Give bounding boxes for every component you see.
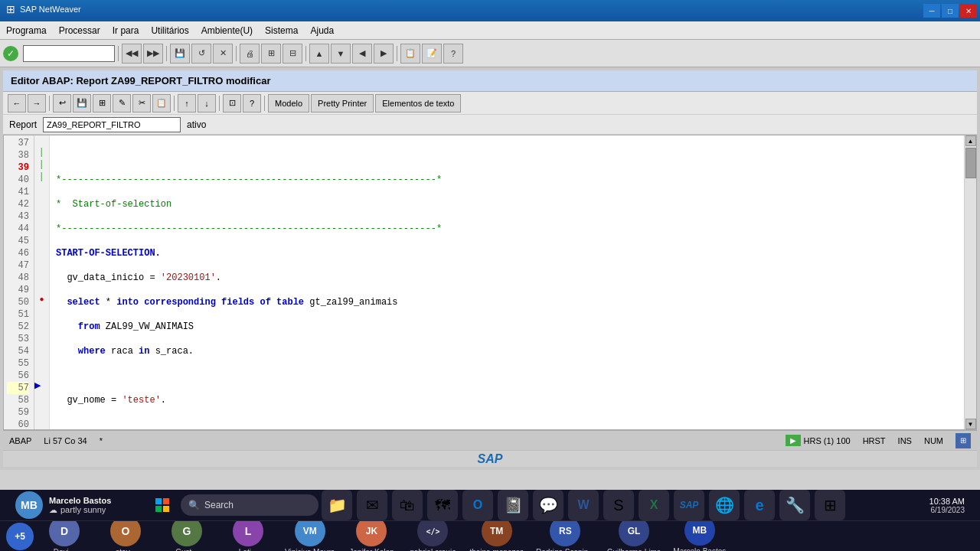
- person-otav[interactable]: O otav...: [95, 521, 156, 551]
- toolbar-print[interactable]: 🖨: [240, 44, 260, 64]
- close-button[interactable]: ✕: [960, 4, 977, 18]
- person-thaina-name: thaina menezes: [469, 548, 524, 551]
- toolbar-separator-2: [166, 46, 167, 61]
- menu-ajuda[interactable]: Ajuda: [310, 25, 334, 36]
- map-icon[interactable]: 🗺: [427, 490, 458, 520]
- toolbar-forward[interactable]: ▶▶: [143, 44, 163, 64]
- scroll-thumb[interactable]: [965, 148, 976, 178]
- editor-toolbar-sep-1: [49, 96, 50, 111]
- menu-utilitarios[interactable]: Utilitários: [151, 25, 188, 36]
- search-box[interactable]: 🔍 Search: [181, 494, 318, 516]
- code-editor[interactable]: 37 38 39 40 41 42 43 44 45 46 47 48 49 5…: [3, 135, 977, 430]
- scroll-down[interactable]: ▼: [965, 419, 976, 429]
- report-name-input[interactable]: [43, 117, 181, 132]
- status-icon-green: ✓: [3, 46, 18, 61]
- person-thaina[interactable]: TM thaina menezes: [463, 521, 530, 551]
- editor-btn-5[interactable]: ✂: [132, 94, 151, 112]
- file-explorer-icon[interactable]: 📁: [322, 490, 352, 520]
- user-name: Marcelo Bastos: [49, 496, 111, 505]
- person-gabriel[interactable]: </> gabriel araujo: [402, 521, 463, 551]
- menu-ir-para[interactable]: Ir para: [113, 25, 139, 36]
- editor-btn-10[interactable]: ?: [243, 94, 261, 112]
- toolbar-btn-8[interactable]: 📝: [422, 44, 442, 64]
- sap-bottom-bar: SAP: [3, 450, 977, 467]
- person-marcelo[interactable]: MB Marcelo Bastos: [667, 521, 732, 551]
- editor-btn-1[interactable]: ↩: [53, 94, 71, 112]
- toolbar-btn-1[interactable]: ⊞: [261, 44, 281, 64]
- search-icon: 🔍: [188, 500, 200, 510]
- person-jenifer[interactable]: JK Jenifer Kelen: [341, 521, 402, 551]
- person-gust[interactable]: G Gust...: [156, 521, 217, 551]
- run-button[interactable]: ▶: [786, 435, 801, 446]
- word-icon[interactable]: W: [568, 490, 599, 520]
- skype-icon[interactable]: S: [603, 490, 634, 520]
- toolbar-btn-5[interactable]: ◀: [352, 44, 372, 64]
- editor-btn-3[interactable]: ⊞: [93, 94, 111, 112]
- outlook-icon[interactable]: O: [462, 490, 493, 520]
- person-davi[interactable]: D Davi...: [34, 521, 95, 551]
- user-section: MB Marcelo Bastos ☁ partly sunny: [6, 491, 144, 519]
- toolbar-btn-2[interactable]: ⊟: [283, 44, 302, 64]
- excel-icon[interactable]: X: [639, 490, 669, 520]
- status-icon: ⊞: [956, 433, 971, 448]
- toolbar-btn-7[interactable]: 📋: [400, 44, 420, 64]
- report-bar: Report ativo: [3, 115, 977, 135]
- code-area[interactable]: *---------------------------------------…: [50, 135, 964, 429]
- store-icon[interactable]: 🛍: [392, 490, 423, 520]
- menu-ambiente[interactable]: Ambiente(U): [201, 25, 253, 36]
- toolbar-stop[interactable]: ✕: [213, 44, 233, 64]
- person-vinicius[interactable]: VM Vinicius Moura: [279, 521, 341, 551]
- minimize-button[interactable]: ─: [923, 4, 940, 18]
- plus-more-badge[interactable]: +5: [6, 523, 34, 550]
- edge-icon[interactable]: e: [744, 490, 775, 520]
- toolbar-save[interactable]: 💾: [170, 44, 190, 64]
- editor-btn-8[interactable]: ↓: [198, 94, 216, 112]
- editor-btn-9[interactable]: ⊡: [223, 94, 241, 112]
- scroll-up[interactable]: ▲: [965, 135, 976, 146]
- menu-sistema[interactable]: Sistema: [265, 25, 298, 36]
- person-gabriel-name: gabriel araujo: [410, 548, 456, 551]
- person-leti[interactable]: L Leti...: [217, 521, 279, 551]
- search-placeholder: Search: [204, 500, 234, 510]
- command-input[interactable]: [23, 45, 115, 62]
- person-rodrigo[interactable]: RS Rodrigo Scapin...: [530, 521, 601, 551]
- maximize-button[interactable]: □: [942, 4, 959, 18]
- title-bar: ⊞ SAP NetWeaver ─ □ ✕: [0, 0, 980, 21]
- editor-btn-6[interactable]: 📋: [152, 94, 171, 112]
- elementos-button[interactable]: Elementos de texto: [375, 94, 461, 112]
- sap-logo: SAP: [478, 452, 503, 466]
- editor-toolbar: ← → ↩ 💾 ⊞ ✎ ✂ 📋 ↑ ↓ ⊡ ? Modelo Pretty Pr…: [3, 92, 977, 115]
- modelo-button[interactable]: Modelo: [268, 94, 309, 112]
- svg-rect-2: [155, 506, 162, 512]
- windows-start[interactable]: [147, 493, 178, 517]
- menu-bar: Programa Processar Ir para Utilitários A…: [0, 21, 980, 40]
- editor-btn-7[interactable]: ↑: [178, 94, 196, 112]
- onenote-icon[interactable]: 📓: [498, 490, 528, 520]
- pretty-printer-button[interactable]: Pretty Printer: [311, 94, 374, 112]
- sap-icon[interactable]: SAP: [674, 490, 704, 520]
- menu-processar[interactable]: Processar: [59, 25, 100, 36]
- calculator-icon[interactable]: ⊞: [815, 490, 845, 520]
- toolbar-btn-4[interactable]: ▼: [331, 44, 351, 64]
- vertical-scrollbar[interactable]: ▲ ▼: [964, 135, 976, 429]
- editor-btn-4[interactable]: ✎: [113, 94, 131, 112]
- forward-icon-btn[interactable]: →: [28, 94, 46, 112]
- browser-icon[interactable]: 🌐: [709, 490, 740, 520]
- editor-btn-2[interactable]: 💾: [73, 94, 91, 112]
- teams-icon[interactable]: 💬: [533, 490, 564, 520]
- person-jenifer-name: Jenifer Kelen: [349, 548, 394, 551]
- person-guilherme[interactable]: GL Guilherme Lima: [601, 521, 668, 551]
- main-toolbar: ✓ ◀◀ ▶▶ 💾 ↺ ✕ 🖨 ⊞ ⊟ ▲ ▼ ◀ ▶ 📋 📝 ?: [0, 40, 980, 67]
- toolbar-back[interactable]: ◀◀: [122, 44, 142, 64]
- toolbar-help[interactable]: ?: [443, 44, 463, 64]
- back-icon-btn[interactable]: ←: [8, 94, 26, 112]
- email-icon[interactable]: ✉: [357, 490, 387, 520]
- toolbar-btn-3[interactable]: ▲: [309, 44, 329, 64]
- app-icon-1[interactable]: 🔧: [779, 490, 810, 520]
- time-display: 10:38 AM: [929, 497, 965, 506]
- toolbar-btn-6[interactable]: ▶: [374, 44, 394, 64]
- person-vinicius-name: Vinicius Moura: [285, 548, 335, 551]
- menu-programa[interactable]: Programa: [6, 25, 47, 36]
- toolbar-refresh[interactable]: ↺: [191, 44, 211, 64]
- taskbar: MB Marcelo Bastos ☁ partly sunny: [0, 490, 980, 551]
